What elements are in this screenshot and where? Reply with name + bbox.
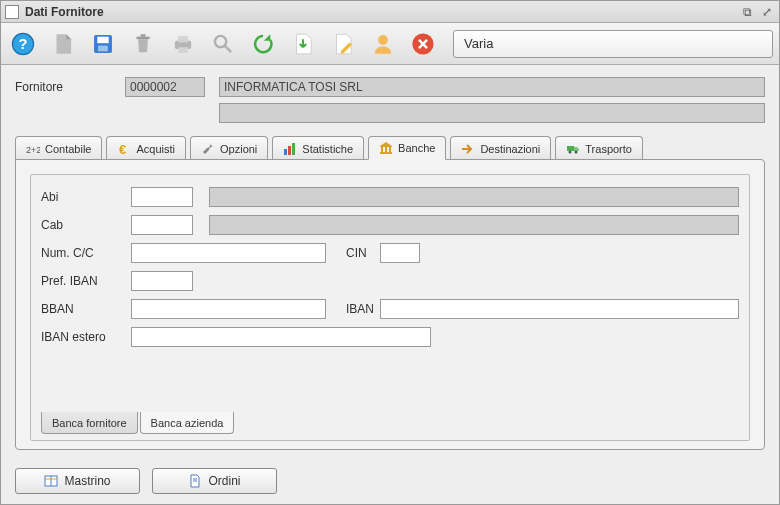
svg-rect-8 (178, 35, 188, 42)
subtab-banca-azienda[interactable]: Banca azienda (140, 412, 235, 434)
tab-statistiche[interactable]: Statistiche (272, 136, 364, 160)
document-icon (188, 474, 202, 488)
export-button[interactable] (287, 28, 319, 60)
tab-label: Destinazioni (480, 143, 540, 155)
restore-window-icon[interactable]: ⧉ (739, 5, 755, 19)
iban-label: IBAN (346, 302, 380, 316)
cab-desc-field (209, 215, 739, 235)
prefiban-input[interactable] (131, 271, 193, 291)
window-title: Dati Fornitore (25, 5, 739, 19)
mastrino-button[interactable]: Mastrino (15, 468, 140, 494)
tab-destinazioni[interactable]: Destinazioni (450, 136, 551, 160)
footer: Mastrino Ordini (1, 460, 779, 504)
tab-label: Acquisti (136, 143, 175, 155)
ordini-button[interactable]: Ordini (152, 468, 277, 494)
abi-desc-field (209, 187, 739, 207)
tab-label: Banche (398, 142, 435, 154)
tabstrip: 2+2Contabile €Acquisti Opzioni Statistic… (15, 135, 765, 159)
tab-label: Contabile (45, 143, 91, 155)
tab-label: Statistiche (302, 143, 353, 155)
tab-trasporto[interactable]: Trasporto (555, 136, 643, 160)
chart-icon (283, 142, 297, 156)
print-button[interactable] (167, 28, 199, 60)
refresh-button[interactable] (247, 28, 279, 60)
subtabs: Banca fornitore Banca azienda (41, 412, 739, 434)
ibanestero-input[interactable] (131, 327, 431, 347)
calculator-icon: 2+2 (26, 142, 40, 156)
titlebar: Dati Fornitore ⧉ ⤢ (1, 1, 779, 23)
ledger-icon (44, 474, 58, 488)
ibanestero-label: IBAN estero (41, 330, 131, 344)
svg-rect-22 (380, 152, 392, 154)
svg-rect-3 (97, 36, 108, 43)
svg-rect-19 (381, 147, 383, 152)
supplier-line2-field (219, 103, 765, 123)
abi-label: Abi (41, 190, 131, 204)
bank-icon (379, 141, 393, 155)
subtab-banca-fornitore[interactable]: Banca fornitore (41, 412, 138, 434)
search-button[interactable] (207, 28, 239, 60)
user-button[interactable] (367, 28, 399, 60)
svg-point-24 (569, 150, 572, 153)
abi-input[interactable] (131, 187, 193, 207)
tab-panel-banche: Abi Cab Num. C/C CIN Pref. IBAN (15, 159, 765, 450)
svg-rect-5 (137, 36, 150, 38)
wrench-icon (201, 142, 215, 156)
help-button[interactable]: ? (7, 28, 39, 60)
app-window: Dati Fornitore ⧉ ⤢ ? Varia Fornitore (0, 0, 780, 505)
cab-input[interactable] (131, 215, 193, 235)
window-icon (5, 5, 19, 19)
subtab-label: Banca azienda (151, 417, 224, 429)
svg-rect-4 (98, 45, 108, 51)
svg-point-10 (215, 35, 226, 46)
svg-text:2+2: 2+2 (26, 145, 40, 155)
ordini-label: Ordini (208, 474, 240, 488)
maximize-window-icon[interactable]: ⤢ (759, 5, 775, 19)
toolbar: ? Varia (1, 23, 779, 65)
tab-label: Opzioni (220, 143, 257, 155)
svg-rect-6 (141, 34, 146, 36)
supplier-code-field (125, 77, 205, 97)
svg-rect-21 (389, 147, 391, 152)
svg-rect-20 (385, 147, 387, 152)
new-button[interactable] (47, 28, 79, 60)
svg-text:€: € (119, 142, 126, 156)
svg-point-12 (378, 35, 388, 45)
bank-form: Abi Cab Num. C/C CIN Pref. IBAN (30, 174, 750, 441)
bban-input[interactable] (131, 299, 326, 319)
document-edit-button[interactable] (327, 28, 359, 60)
numcc-label: Num. C/C (41, 246, 131, 260)
svg-rect-16 (284, 149, 287, 155)
tab-opzioni[interactable]: Opzioni (190, 136, 268, 160)
svg-rect-9 (178, 47, 188, 53)
svg-text:?: ? (19, 35, 28, 51)
supplier-label: Fornitore (15, 80, 125, 94)
svg-point-25 (575, 150, 578, 153)
bban-label: BBAN (41, 302, 131, 316)
iban-input[interactable] (380, 299, 739, 319)
truck-icon (566, 142, 580, 156)
svg-line-11 (225, 45, 232, 52)
cin-input[interactable] (380, 243, 420, 263)
numcc-input[interactable] (131, 243, 326, 263)
tab-label: Trasporto (585, 143, 632, 155)
subtab-label: Banca fornitore (52, 417, 127, 429)
prefiban-label: Pref. IBAN (41, 274, 131, 288)
tab-contabile[interactable]: 2+2Contabile (15, 136, 102, 160)
cin-label: CIN (346, 246, 380, 260)
svg-rect-18 (292, 143, 295, 155)
delete-button[interactable] (127, 28, 159, 60)
supplier-name-field (219, 77, 765, 97)
svg-rect-23 (567, 146, 574, 151)
euro-icon: € (117, 142, 131, 156)
status-field: Varia (453, 30, 773, 58)
mastrino-label: Mastrino (64, 474, 110, 488)
save-button[interactable] (87, 28, 119, 60)
arrow-right-icon (461, 142, 475, 156)
tab-acquisti[interactable]: €Acquisti (106, 136, 186, 160)
cab-label: Cab (41, 218, 131, 232)
svg-rect-17 (288, 146, 291, 155)
content-area: Fornitore 2+2Contabile €Acquisti Opzioni… (1, 65, 779, 460)
close-button[interactable] (407, 28, 439, 60)
tab-banche[interactable]: Banche (368, 136, 446, 160)
